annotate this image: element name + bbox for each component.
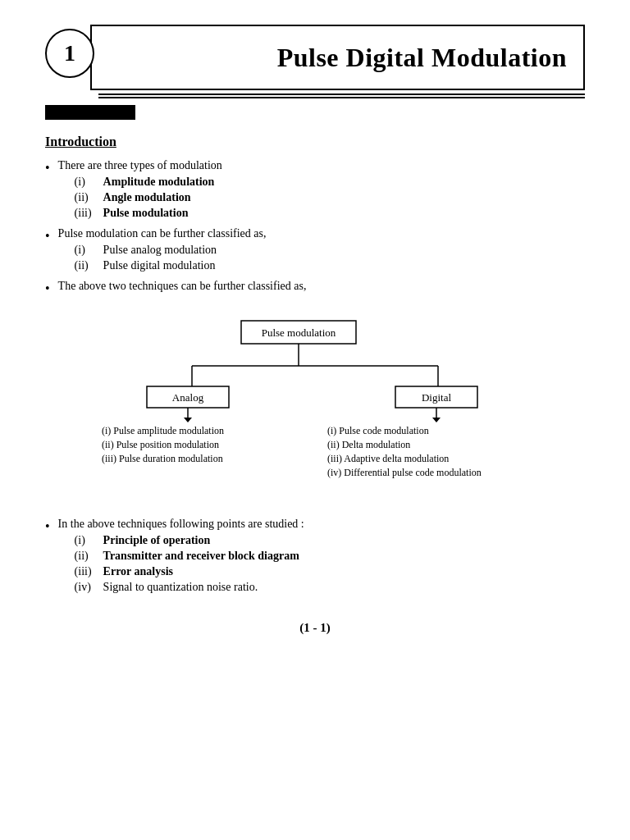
chapter-title-box: Pulse Digital Modulation — [90, 25, 585, 90]
diagram-container: Pulse modulation Analog Digital (i) Puls — [45, 313, 585, 501]
sub-item-2-1: (i) Pulse analog modulation — [75, 244, 585, 257]
bullet-text-1: There are three types of modulation (i) … — [58, 159, 585, 222]
bullet-text-3: The above two techniques can be further … — [58, 280, 585, 293]
sub-list-1: (i) Amplitude modulation (ii) Angle modu… — [58, 176, 585, 220]
modulation-diagram: Pulse modulation Analog Digital (i) Puls — [85, 313, 545, 501]
sub-item-1-1: (i) Amplitude modulation — [75, 176, 585, 189]
section-heading: Introduction — [45, 135, 585, 149]
chapter-header: 1 Pulse Digital Modulation — [45, 25, 585, 90]
sub-item-1-3: (iii) Pulse modulation — [75, 207, 585, 220]
sub-list-2: (i) Pulse analog modulation (ii) Pulse d… — [58, 244, 585, 272]
bullet-dot-1: • — [45, 161, 50, 176]
chapter-title: Pulse Digital Modulation — [277, 43, 567, 73]
bullet-item-4: • In the above techniques following poin… — [45, 518, 585, 596]
sub-item-4-1: (i) Principle of operation — [75, 534, 585, 547]
bullet-dot-4: • — [45, 519, 50, 534]
bullet-dot-2: • — [45, 229, 50, 244]
double-line-divider — [98, 94, 585, 98]
sub-item-1-2: (ii) Angle modulation — [75, 191, 585, 204]
black-bar-accent — [45, 105, 135, 120]
svg-marker-11 — [184, 418, 192, 422]
sub-item-2-2: (ii) Pulse digital modulation — [75, 259, 585, 272]
svg-text:Analog: Analog — [172, 391, 204, 404]
svg-text:Digital: Digital — [422, 391, 451, 404]
bullet-dot-3: • — [45, 281, 50, 296]
svg-marker-13 — [432, 418, 441, 422]
bullet-item-3: • The above two techniques can be furthe… — [45, 280, 585, 296]
bullet-text-4: In the above techniques following points… — [58, 518, 585, 596]
svg-text:(i)   Pulse code modulation: (i) Pulse code modulation — [327, 425, 429, 436]
bullet-text-2: Pulse modulation can be further classifi… — [58, 227, 585, 275]
svg-text:Pulse modulation: Pulse modulation — [262, 326, 336, 339]
svg-text:(iii) Adaptive delta modulatio: (iii) Adaptive delta modulation — [327, 453, 449, 464]
svg-text:(iii) Pulse duration modulatio: (iii) Pulse duration modulation — [102, 453, 223, 464]
sub-item-4-4: (iv) Signal to quantization noise ratio. — [75, 581, 585, 594]
chapter-number: 1 — [45, 29, 94, 78]
bullet-list-4: • In the above techniques following poin… — [45, 518, 585, 596]
sub-list-4: (i) Principle of operation (ii) Transmit… — [58, 534, 585, 594]
bullet-item-2: • Pulse modulation can be further classi… — [45, 227, 585, 275]
bullet-list-1: • There are three types of modulation (i… — [45, 159, 585, 296]
sub-item-4-3: (iii) Error analysis — [75, 565, 585, 578]
svg-text:(ii)  Delta modulation: (ii) Delta modulation — [327, 439, 410, 450]
bullet-item-1: • There are three types of modulation (i… — [45, 159, 585, 222]
svg-text:(i)   Pulse amplitude modulati: (i) Pulse amplitude modulation — [102, 425, 224, 436]
svg-text:(iv) Differential pulse code m: (iv) Differential pulse code modulation — [327, 467, 482, 478]
page-footer: (1 - 1) — [45, 621, 585, 635]
svg-text:(ii)  Pulse position modulatio: (ii) Pulse position modulation — [102, 439, 219, 450]
sub-item-4-2: (ii) Transmitter and receiver block diag… — [75, 550, 585, 563]
page: 1 Pulse Digital Modulation Introduction … — [0, 0, 630, 840]
